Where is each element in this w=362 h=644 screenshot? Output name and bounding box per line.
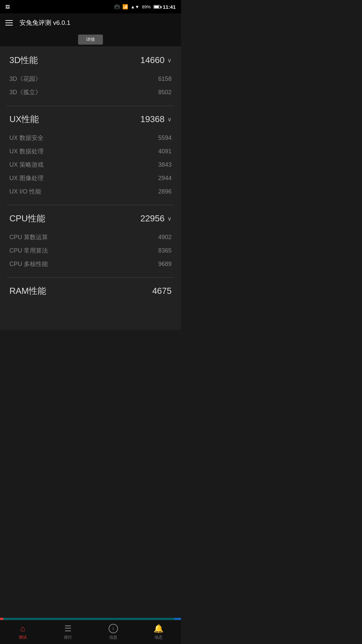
list-item: 3D《花园》 6158 [9,72,172,86]
battery-percentage: 89% [142,4,151,9]
vibrate-icon: 📳 [114,4,120,9]
status-time: 11:41 [163,4,176,10]
list-item: UX I/O 性能 2896 [9,185,172,198]
sub-label: UX 数据处理 [9,147,44,155]
sub-score: 4902 [158,234,172,241]
section-cpu-header[interactable]: CPU性能 22956 ∨ [0,205,181,230]
battery-icon [154,5,160,9]
app-title: 安兔兔评测 v6.0.1 [19,18,70,27]
section-cpu-title: CPU性能 [9,213,45,224]
section-3d-header[interactable]: 3D性能 14660 ∨ [0,47,181,72]
section-3d-subitems: 3D《花园》 6158 3D《孤立》 8502 [0,72,181,106]
section-cpu-chevron: ∨ [167,215,172,222]
section-ram-header[interactable]: RAM性能 4675 [0,278,181,303]
list-item: 3D《孤立》 8502 [9,86,172,99]
sub-label: UX 数据安全 [9,134,44,142]
section-ram-score: 4675 [152,286,172,296]
hamburger-menu[interactable] [5,20,13,25]
sub-label: 3D《孤立》 [9,88,41,96]
tab-button[interactable]: 详情 [78,35,103,45]
sub-score: 8502 [158,89,172,96]
status-bar: 🖼 📳 📶 ▲▼ 89% 11:41 [0,0,181,13]
section-cpu-score: 22956 ∨ [140,213,172,224]
tab-area: 详情 [0,32,181,47]
sub-score: 3843 [158,161,172,168]
sub-label: CPU 常用算法 [9,247,48,255]
section-ram-title: RAM性能 [9,285,46,297]
main-content: 3D性能 14660 ∨ 3D《花园》 6158 3D《孤立》 8502 UX性… [0,47,181,330]
sub-score: 4091 [158,148,172,155]
sub-label: UX 图像处理 [9,174,44,182]
list-item: CPU 常用算法 8365 [9,244,172,257]
sub-label: CPU 多核性能 [9,260,48,268]
sub-score: 2944 [158,175,172,182]
section-ux-subitems: UX 数据安全 5594 UX 数据处理 4091 UX 策略游戏 3843 U… [0,131,181,205]
sub-label: CPU 算数运算 [9,233,48,241]
title-bar: 安兔兔评测 v6.0.1 [0,13,181,32]
sub-score: 2896 [158,188,172,195]
list-item: UX 策略游戏 3843 [9,158,172,171]
list-item: UX 数据安全 5594 [9,131,172,145]
list-item: UX 图像处理 2944 [9,171,172,185]
section-ux: UX性能 19368 ∨ UX 数据安全 5594 UX 数据处理 4091 U… [0,106,181,205]
list-item: CPU 多核性能 9689 [9,257,172,271]
section-cpu: CPU性能 22956 ∨ CPU 算数运算 4902 CPU 常用算法 836… [0,205,181,277]
section-cpu-subitems: CPU 算数运算 4902 CPU 常用算法 8365 CPU 多核性能 968… [0,230,181,277]
sub-label: UX I/O 性能 [9,187,41,196]
sub-label: 3D《花园》 [9,75,41,83]
section-3d-score: 14660 ∨ [140,55,172,65]
section-ram: RAM性能 4675 [0,278,181,303]
sub-score: 6158 [158,75,172,83]
sub-label: UX 策略游戏 [9,161,44,169]
list-item: CPU 算数运算 4902 [9,230,172,244]
section-3d-title: 3D性能 [9,54,38,66]
section-3d: 3D性能 14660 ∨ 3D《花园》 6158 3D《孤立》 8502 [0,47,181,106]
section-ux-score: 19368 ∨ [140,114,172,124]
wifi-icon: 📶 [122,4,128,9]
sub-score: 5594 [158,135,172,142]
section-ux-header[interactable]: UX性能 19368 ∨ [0,106,181,131]
sub-score: 9689 [158,261,172,268]
section-3d-chevron: ∨ [167,57,172,64]
section-ux-chevron: ∨ [167,116,172,123]
signal-icon: ▲▼ [131,4,139,9]
list-item: UX 数据处理 4091 [9,145,172,158]
status-notification-icon: 🖼 [5,4,10,9]
sub-score: 8365 [158,247,172,254]
section-ux-title: UX性能 [9,113,39,125]
